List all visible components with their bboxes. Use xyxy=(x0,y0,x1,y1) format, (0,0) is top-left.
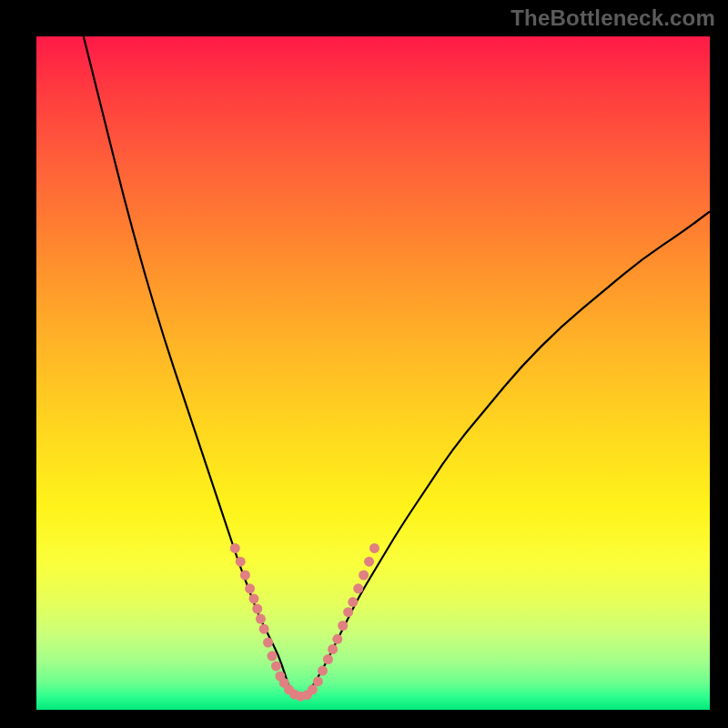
highlight-dot xyxy=(245,583,255,593)
highlight-dot xyxy=(313,676,323,686)
highlight-dot xyxy=(230,543,240,553)
highlight-dot xyxy=(236,557,246,567)
highlight-dot xyxy=(318,666,328,676)
highlight-dot xyxy=(249,593,259,603)
curve-right xyxy=(306,211,710,696)
highlight-dot xyxy=(364,557,374,567)
watermark-text: TheBottleneck.com xyxy=(511,5,715,31)
highlight-dots-group xyxy=(230,543,379,702)
highlight-dot xyxy=(271,661,281,671)
highlight-dot xyxy=(252,604,262,614)
chart-svg xyxy=(36,36,710,710)
highlight-dot xyxy=(359,571,369,581)
curve-left xyxy=(84,36,292,696)
highlight-dot xyxy=(268,651,278,661)
highlight-dot xyxy=(328,644,338,654)
highlight-dot xyxy=(338,621,348,631)
highlight-dot xyxy=(323,654,333,664)
highlight-dot xyxy=(256,614,266,624)
highlight-dot xyxy=(353,583,363,593)
highlight-dot xyxy=(240,571,250,581)
highlight-dot xyxy=(259,624,269,634)
chart-plot-area xyxy=(36,36,710,710)
highlight-dot xyxy=(263,638,273,648)
highlight-dot xyxy=(348,597,358,607)
highlight-dot xyxy=(332,634,342,644)
highlight-dot xyxy=(369,543,379,553)
highlight-dot xyxy=(343,607,353,617)
